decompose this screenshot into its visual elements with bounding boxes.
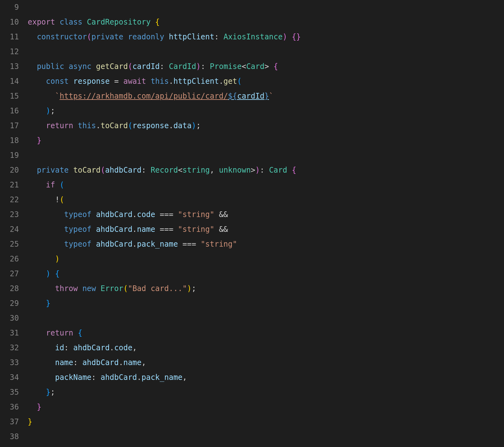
code-line[interactable]: 15 `https://arkhamdb.com/api/public/card… (0, 89, 504, 104)
code-line[interactable]: 31 return { (0, 326, 504, 341)
code-content: typeof ahdbCard.code === "string" && (28, 207, 504, 222)
line-number: 10 (0, 15, 28, 30)
code-line[interactable]: 26 ) (0, 252, 504, 266)
code-line[interactable]: 37 } (0, 415, 504, 429)
code-content: }; (28, 385, 504, 400)
line-number: 16 (0, 104, 28, 118)
code-line[interactable]: 21 if ( (0, 178, 504, 192)
code-content: typeof ahdbCard.name === "string" && (28, 222, 504, 237)
line-number: 34 (0, 370, 28, 385)
code-line[interactable]: 33 name: ahdbCard.name, (0, 355, 504, 370)
code-content: id: ahdbCard.code, (28, 341, 504, 355)
code-line[interactable]: 32 id: ahdbCard.code, (0, 341, 504, 355)
code-line[interactable]: 30 (0, 311, 504, 326)
code-line[interactable]: 34 packName: ahdbCard.pack_name, (0, 370, 504, 385)
code-line[interactable]: 29 } (0, 296, 504, 311)
line-number: 14 (0, 74, 28, 89)
line-number: 15 (0, 89, 28, 104)
line-number: 31 (0, 326, 28, 341)
line-number: 29 (0, 296, 28, 311)
code-line[interactable]: 11 constructor(private readonly httpClie… (0, 30, 504, 44)
line-number: 22 (0, 192, 28, 207)
code-line[interactable]: 12 (0, 44, 504, 59)
line-number: 13 (0, 59, 28, 74)
line-number: 38 (0, 429, 28, 444)
line-number: 18 (0, 133, 28, 148)
code-content: constructor(private readonly httpClient:… (28, 30, 504, 44)
code-content: `https://arkhamdb.com/api/public/card/${… (28, 89, 504, 104)
code-content: typeof ahdbCard.pack_name === "string" (28, 237, 504, 252)
line-number: 30 (0, 311, 28, 326)
line-number: 37 (0, 415, 28, 429)
code-content: } (28, 400, 504, 415)
code-line[interactable]: 36 } (0, 400, 504, 415)
code-line[interactable]: 16 ); (0, 104, 504, 118)
code-line[interactable]: 14 const response = await this.httpClien… (0, 74, 504, 89)
line-number: 25 (0, 237, 28, 252)
line-number: 9 (0, 0, 28, 15)
line-number: 24 (0, 222, 28, 237)
line-number: 28 (0, 281, 28, 296)
code-content: ) { (28, 266, 504, 281)
code-content: } (28, 415, 504, 429)
code-line[interactable]: 18 } (0, 133, 504, 148)
code-content: throw new Error("Bad card..."); (28, 281, 504, 296)
code-content: return this.toCard(response.data); (28, 118, 504, 133)
code-content: ) (28, 252, 504, 266)
code-content: export class CardRepository { (28, 15, 504, 30)
code-content: } (28, 133, 504, 148)
line-number: 20 (0, 163, 28, 178)
code-line[interactable]: 22 !( (0, 192, 504, 207)
code-editor[interactable]: 9 10 export class CardRepository { 11 co… (0, 0, 504, 444)
code-line[interactable]: 38 (0, 429, 504, 444)
code-line[interactable]: 27 ) { (0, 266, 504, 281)
code-line[interactable]: 23 typeof ahdbCard.code === "string" && (0, 207, 504, 222)
line-number: 23 (0, 207, 28, 222)
code-content: name: ahdbCard.name, (28, 355, 504, 370)
code-line[interactable]: 10 export class CardRepository { (0, 15, 504, 30)
code-content: return { (28, 326, 504, 341)
line-number: 26 (0, 252, 28, 266)
code-line[interactable]: 20 private toCard(ahdbCard: Record<strin… (0, 163, 504, 178)
line-number: 27 (0, 266, 28, 281)
code-line[interactable]: 13 public async getCard(cardId: CardId):… (0, 59, 504, 74)
code-line[interactable]: 19 (0, 148, 504, 163)
code-content: !( (28, 192, 504, 207)
code-content: public async getCard(cardId: CardId): Pr… (28, 59, 504, 74)
line-number: 35 (0, 385, 28, 400)
line-number: 11 (0, 30, 28, 44)
code-content: private toCard(ahdbCard: Record<string, … (28, 163, 504, 178)
code-line[interactable]: 25 typeof ahdbCard.pack_name === "string… (0, 237, 504, 252)
code-content: } (28, 296, 504, 311)
code-line[interactable]: 28 throw new Error("Bad card..."); (0, 281, 504, 296)
line-number: 19 (0, 148, 28, 163)
code-line[interactable]: 17 return this.toCard(response.data); (0, 118, 504, 133)
code-content: const response = await this.httpClient.g… (28, 74, 504, 89)
line-number: 33 (0, 355, 28, 370)
code-line[interactable]: 35 }; (0, 385, 504, 400)
code-line[interactable]: 24 typeof ahdbCard.name === "string" && (0, 222, 504, 237)
line-number: 32 (0, 341, 28, 355)
code-content: packName: ahdbCard.pack_name, (28, 370, 504, 385)
line-number: 36 (0, 400, 28, 415)
line-number: 17 (0, 118, 28, 133)
line-number: 21 (0, 178, 28, 192)
line-number: 12 (0, 44, 28, 59)
code-content: ); (28, 104, 504, 118)
code-content: if ( (28, 178, 504, 192)
code-line[interactable]: 9 (0, 0, 504, 15)
